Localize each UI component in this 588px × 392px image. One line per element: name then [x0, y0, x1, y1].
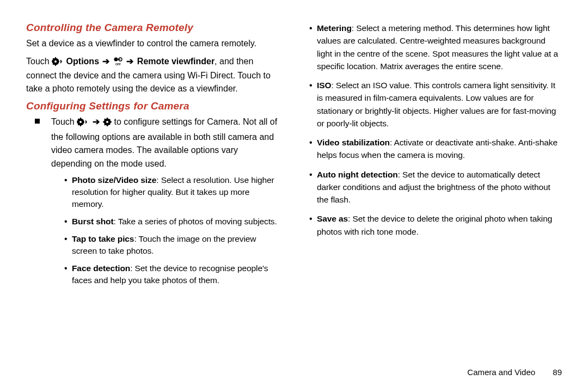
footer-chapter: Camera and Video	[467, 367, 535, 377]
list-item: Video stabilization: Activate or deactiv…	[309, 136, 562, 162]
gear-more-icon	[52, 57, 64, 69]
heading-configuring-settings: Configuring Settings for Camera	[26, 100, 279, 112]
item-label: ISO	[317, 81, 331, 90]
remote-steps-paragraph: Touch Options ➔ OFF	[26, 55, 279, 95]
svg-point-7	[79, 121, 82, 123]
arrow-icon: ➔	[101, 57, 111, 66]
item-label: Save as	[317, 214, 348, 223]
remote-intro-paragraph: Set a device as a viewfinder to control …	[26, 37, 279, 50]
item-label: Tap to take pics	[72, 234, 134, 243]
item-label: Video stabilization	[317, 138, 390, 147]
item-label: Photo size/Video size	[72, 175, 156, 185]
list-item: Save as: Set the device to delete the or…	[309, 212, 562, 238]
page-footer: Camera and Video 89	[467, 367, 562, 377]
list-item: Burst shot: Take a series of photos of m…	[64, 216, 279, 228]
svg-text:OFF: OFF	[115, 63, 121, 66]
item-text: : Select a metering method. This determi…	[317, 23, 558, 71]
gear-more-icon	[77, 117, 89, 131]
gear-icon	[103, 117, 112, 131]
list-item: Tap to take pics: Touch the image on the…	[64, 233, 279, 257]
list-item: Auto night detection: Set the device to …	[309, 168, 562, 206]
list-item: ISO: Select an ISO value. This controls …	[309, 79, 562, 130]
heading-controlling-remotely: Controlling the Camera Remotely	[26, 22, 279, 34]
arrow-icon: ➔	[125, 57, 134, 66]
item-text: : Set the device to delete the original …	[317, 214, 552, 236]
item-text: : Select an ISO value. This controls cam…	[317, 81, 556, 128]
text-touch2: Touch	[51, 117, 77, 126]
item-label: Metering	[317, 23, 352, 33]
arrow-icon: ➔	[91, 117, 101, 126]
svg-point-9	[106, 121, 108, 123]
item-label: Face detection	[72, 264, 130, 273]
list-item: Metering: Select a metering method. This…	[309, 22, 562, 72]
list-item: Face detection: Set the device to recogn…	[64, 262, 279, 286]
text-touch: Touch	[26, 57, 52, 66]
settings-list-left: Photo size/Video size: Select a resoluti…	[64, 174, 279, 286]
item-label: Burst shot	[72, 217, 114, 226]
footer-page-number: 89	[553, 367, 562, 377]
off-toggle-icon: OFF	[113, 57, 123, 69]
svg-point-1	[54, 60, 57, 63]
list-item: Photo size/Video size: Select a resoluti…	[64, 174, 279, 210]
settings-list-right: Metering: Select a metering method. This…	[309, 22, 562, 238]
text-options: Options	[66, 57, 99, 66]
item-label: Auto night detection	[317, 170, 398, 179]
text-remote-viewfinder: Remote viewfinder	[137, 57, 215, 66]
configure-intro-block: Touch ➔	[51, 115, 279, 286]
item-text: : Take a series of photos of moving subj…	[114, 217, 277, 226]
